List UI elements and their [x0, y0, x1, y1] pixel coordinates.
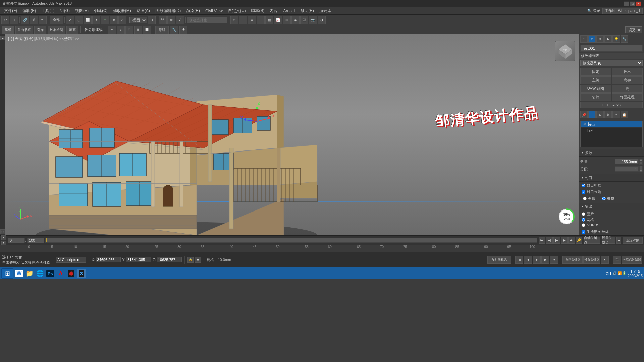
rp-modify-tab[interactable]: ✏ [588, 35, 596, 43]
menu-cloud[interactable]: 渲云库 [317, 7, 334, 14]
active-shade-btn[interactable]: ◑ [318, 16, 326, 24]
status-play[interactable]: ▶ [533, 256, 541, 264]
rp-hierarchy-tab[interactable]: ⊛ [596, 35, 604, 43]
status-goto-start[interactable]: ⏮ [515, 256, 523, 264]
rp-motion-tab[interactable]: ▶ [604, 35, 612, 43]
output-section-header[interactable]: 输出 [579, 203, 644, 210]
segments-down[interactable]: ▼ [639, 169, 643, 172]
redo-button[interactable]: ↪ [10, 16, 18, 24]
object-name-input[interactable] [580, 45, 643, 52]
face-radio[interactable] [582, 212, 585, 216]
poly-edge[interactable]: / [117, 26, 125, 34]
main-params-button[interactable]: 主例 [580, 76, 611, 84]
angle-snap-button[interactable]: ∠ [176, 16, 184, 24]
set-key-button[interactable]: 设置关键点 [602, 237, 615, 244]
modifier-text[interactable]: Text [581, 128, 642, 133]
ribbon-tools1[interactable]: 🔧 [170, 26, 178, 34]
modifier-dropdown[interactable]: 修改器列表 [580, 60, 643, 66]
goto-start-button[interactable]: ⏮ [539, 237, 545, 244]
pivot-button[interactable]: ⊙ [148, 16, 156, 24]
scale-button[interactable]: ⤢ [118, 16, 126, 24]
undo-button[interactable]: ↩ [1, 16, 9, 24]
rp-configure-icon[interactable]: ⚙ [596, 111, 604, 118]
lock-selection-btn[interactable]: 🔒 [187, 257, 194, 263]
nav-cube[interactable]: TOP [555, 41, 575, 61]
capture-viewport[interactable]: 🎬 [613, 256, 621, 264]
move-button[interactable]: ✛ [101, 16, 109, 24]
segments-value[interactable] [615, 166, 639, 172]
taskbar-acrobat[interactable]: A [56, 269, 65, 278]
workspace-label[interactable]: 工作区: Workspace_1 [602, 8, 643, 14]
uvw-button[interactable]: UVW 贴图 [580, 85, 611, 93]
snap-button[interactable]: ⊕ [167, 16, 175, 24]
freeform-tab[interactable]: 自由形式 [15, 26, 33, 34]
close-button[interactable]: ✕ [636, 1, 641, 6]
auto-key-toggle[interactable]: 自动关键点 [562, 256, 583, 264]
slice-button[interactable]: 切片 [580, 93, 611, 101]
bright-button[interactable]: 亮 [612, 85, 643, 93]
menu-civil-view[interactable]: Civil View [203, 8, 225, 14]
rp-display-tab[interactable]: 💡 [612, 35, 620, 43]
unpin-button[interactable]: 插出 [612, 68, 643, 76]
mirror-button[interactable]: ⇔ [230, 16, 238, 24]
left-strip-up[interactable]: ▲ [1, 235, 6, 240]
status-prev-frame[interactable]: ◀ [524, 256, 532, 264]
menu-tools[interactable]: 工具(T) [39, 7, 57, 14]
rp-create-tab[interactable]: ✦ [580, 35, 588, 43]
amount-down[interactable]: ▼ [639, 162, 643, 165]
rp-utilities-tab[interactable]: 🔧 [621, 35, 628, 43]
auto-key-button[interactable]: 自动关键点 [584, 237, 600, 244]
menu-group[interactable]: 组(G) [57, 7, 72, 14]
named-selection-set[interactable] [187, 17, 227, 23]
key-filter[interactable]: 设置关键点 [583, 256, 600, 264]
prev-frame-button[interactable]: ◀ [546, 237, 553, 244]
default-in-out[interactable]: ● [616, 237, 621, 244]
morph-radio[interactable] [583, 197, 587, 200]
rotate-button[interactable]: ↻ [110, 16, 118, 24]
nurbs-radio[interactable] [582, 223, 585, 227]
amount-up[interactable]: ▲ [639, 159, 643, 162]
populate-tab[interactable]: 填充 [66, 26, 78, 34]
params-section-header[interactable]: 参数 [579, 149, 644, 157]
graph-editor-btn[interactable]: 📈 [274, 16, 282, 24]
amount-value[interactable] [615, 159, 639, 164]
rp-delete-icon[interactable]: 🗑 [604, 111, 612, 118]
percent-snap-button[interactable]: % [159, 16, 167, 24]
x-value-input[interactable] [96, 257, 121, 262]
menu-view[interactable]: 视图(V) [72, 7, 91, 14]
ffd-button[interactable]: FFD 3x3x3 [580, 102, 643, 108]
select-region-button[interactable]: ⬚ [75, 16, 83, 24]
menu-graph-editor[interactable]: 图形编辑器(D) [153, 7, 184, 14]
link-button[interactable]: 🔗 [21, 16, 29, 24]
modeling-tab[interactable]: 建模 [2, 26, 14, 34]
windows-start-button[interactable]: ⊞ [1, 268, 13, 279]
alc-scripts-input[interactable] [56, 257, 86, 263]
render-setup-btn[interactable]: 🎬 [300, 16, 308, 24]
timeline-config[interactable]: 选定对象 [623, 237, 643, 244]
rp-pin-icon[interactable]: 📌 [580, 111, 588, 118]
mesh-radio[interactable] [582, 218, 585, 222]
add-time-tag[interactable]: 加时间标记 [487, 256, 511, 264]
menu-script[interactable]: 脚本(S) [248, 7, 267, 14]
poly-vertex[interactable]: ● [108, 26, 116, 34]
menu-render[interactable]: 渲染(R) [183, 7, 203, 14]
taskbar-word[interactable]: W [14, 269, 24, 278]
poly-element[interactable]: ⬜ [143, 26, 151, 34]
select-object-button[interactable]: ↗ [66, 16, 74, 24]
next-frame-button[interactable]: ▶ [561, 237, 568, 244]
taskbar-3dsmax[interactable]: 3 [77, 269, 86, 278]
menu-help[interactable]: 帮助(H) [298, 7, 317, 14]
slice-end-button[interactable]: 饰面处理 [612, 93, 643, 101]
menu-edit[interactable]: 编辑(E) [20, 7, 39, 14]
total-frame-input[interactable] [27, 238, 44, 243]
ribbon-button[interactable]: ▦ [265, 16, 273, 24]
menu-create[interactable]: 创建(C) [91, 7, 110, 14]
fill-dropdown[interactable]: 填充 [625, 26, 642, 33]
material-editor-btn[interactable]: ◈ [291, 16, 300, 24]
modifier-extrude[interactable]: 👁 挤出 [581, 121, 642, 128]
status-goto-end[interactable]: ⏭ [550, 256, 558, 264]
schematic-view-btn[interactable]: ⊞ [283, 16, 291, 24]
cap-section-header[interactable]: 封口 [579, 174, 644, 182]
visibility-eye[interactable]: 👁 [583, 123, 586, 126]
taskbar-file-manager[interactable]: 📁 [25, 269, 34, 278]
